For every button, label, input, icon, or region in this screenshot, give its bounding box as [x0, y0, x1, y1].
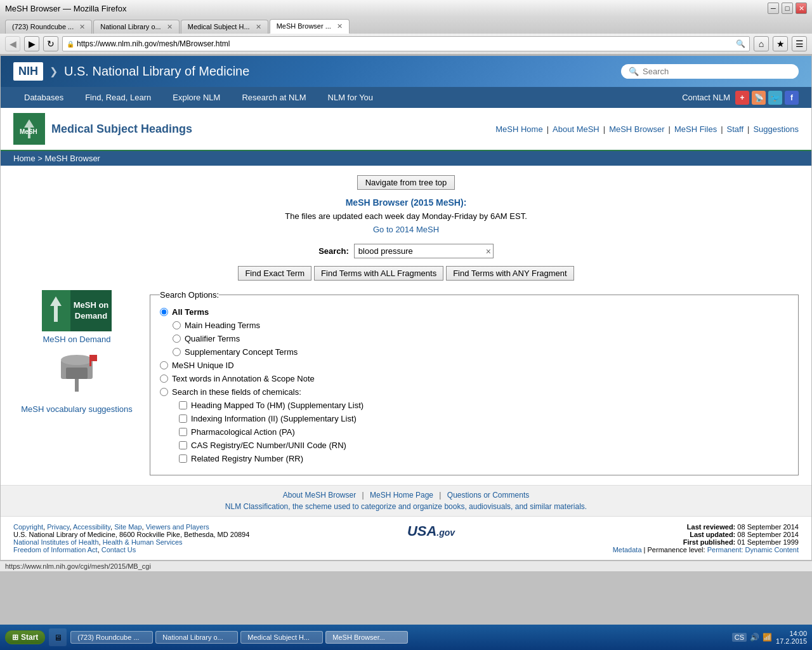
checkbox-cas-registry[interactable]: CAS Registry/EC Number/UNII Code (RN) — [179, 441, 789, 450]
bookmark-button[interactable]: ★ — [773, 36, 788, 51]
mesh-nav-files[interactable]: MeSH Files — [674, 124, 717, 134]
mesh-search-input[interactable] — [354, 244, 494, 258]
last-reviewed: 08 September 2014 — [737, 523, 799, 531]
footer-contact-link[interactable]: Contact Us — [102, 546, 136, 554]
tab-mesh-browser[interactable]: MeSH Browser ... ✕ — [270, 19, 350, 34]
footer-foia-link[interactable]: Freedom of Information Act — [13, 546, 98, 554]
mesh-nav-home[interactable]: MeSH Home — [495, 124, 542, 134]
header-search-input[interactable] — [643, 67, 791, 76]
usa-gov-logo[interactable]: USA.gov — [407, 523, 455, 540]
reload-button[interactable]: ↻ — [43, 36, 58, 51]
navigate-tree-top-button[interactable]: Navigate from tree top — [357, 175, 455, 190]
footer-sitemap[interactable]: Site Map — [114, 523, 141, 531]
permanence-value[interactable]: Permanent: Dynamic Content — [707, 546, 799, 554]
mesh-nav-suggestions[interactable]: Suggestions — [753, 124, 799, 134]
footer-nih-link[interactable]: National Institutes of Health — [13, 538, 99, 546]
mesh-on-demand-link[interactable]: MeSH on Demand — [13, 335, 140, 344]
nav-find-read-learn[interactable]: Find, Read, Learn — [74, 87, 162, 108]
google-plus-icon[interactable]: + — [735, 91, 749, 105]
checkbox-cas-registry-input[interactable] — [179, 441, 187, 449]
radio-supplementary[interactable]: Supplementary Concept Terms — [173, 347, 789, 357]
checkbox-related-registry-input[interactable] — [179, 454, 187, 463]
checkbox-heading-mapped[interactable]: Heading Mapped To (HM) (Supplementary Li… — [179, 401, 789, 410]
radio-unique-id[interactable]: MeSH Unique ID — [160, 361, 789, 370]
footer-nlm-text[interactable]: NLM Classification, the scheme used to c… — [225, 502, 587, 511]
footer-metadata-link[interactable]: Metadata — [613, 546, 642, 554]
mesh-vocabulary-link[interactable]: MeSH vocabulary suggestions — [13, 404, 140, 414]
rss-icon[interactable]: 📡 — [752, 91, 766, 105]
nav-nlm-for-you[interactable]: NLM for You — [317, 87, 384, 108]
tab-mesh-subject[interactable]: Medical Subject H... ✕ — [181, 20, 268, 34]
minimize-button[interactable]: ─ — [768, 3, 779, 14]
back-button[interactable]: ◀ — [5, 36, 20, 51]
footer-copyright[interactable]: Copyright — [13, 523, 43, 531]
radio-chemicals-input[interactable] — [160, 388, 168, 396]
mesh-nav-browser[interactable]: MeSH Browser — [609, 124, 664, 134]
svg-rect-6 — [66, 368, 88, 379]
footer-hhs-link[interactable]: Health & Human Services — [103, 538, 183, 546]
checkbox-indexing[interactable]: Indexing Information (II) (Supplementary… — [179, 414, 789, 423]
checkbox-indexing-input[interactable] — [179, 415, 187, 423]
twitter-icon[interactable]: 🐦 — [768, 91, 782, 105]
checkbox-heading-mapped-input[interactable] — [179, 401, 187, 409]
radio-text-words[interactable]: Text words in Annotation & Scope Note — [160, 374, 789, 383]
radio-main-heading-input[interactable] — [173, 321, 181, 329]
supplementary-label: Supplementary Concept Terms — [185, 347, 298, 357]
checkbox-related-registry[interactable]: Related Registry Number (RR) — [179, 454, 789, 463]
mailbox-container — [51, 354, 102, 398]
search-input-container: × — [354, 244, 494, 258]
menu-button[interactable]: ☰ — [792, 36, 807, 51]
radio-supplementary-input[interactable] — [173, 348, 181, 356]
radio-chemicals[interactable]: Search in these fields of chemicals: — [160, 387, 789, 397]
breadcrumb: Home > MeSH Browser — [1, 151, 811, 166]
footer-links: About MeSH Browser | MeSH Home Page | Qu… — [1, 485, 811, 516]
search-options-fieldset: Search Options: All Terms Main Heading T… — [150, 290, 799, 475]
maximize-button[interactable]: □ — [782, 3, 793, 14]
mesh-nav-staff[interactable]: Staff — [727, 124, 744, 134]
radio-qualifier[interactable]: Qualifier Terms — [173, 334, 789, 343]
footer-privacy[interactable]: Privacy — [47, 523, 69, 531]
footer-viewers[interactable]: Viewers and Players — [146, 523, 209, 531]
nlm-header: NIH ❯ U.S. National Library of Medicine … — [1, 56, 811, 87]
footer-mesh-home[interactable]: MeSH Home Page — [370, 491, 433, 500]
nav-databases[interactable]: Databases — [13, 87, 74, 108]
related-registry-label: Related Registry Number (RR) — [191, 454, 303, 463]
tab-roundcube[interactable]: (723) Roundcube ... ✕ — [5, 20, 92, 34]
breadcrumb-home[interactable]: Home — [13, 154, 36, 163]
footer-questions[interactable]: Questions or Comments — [447, 491, 529, 500]
checkbox-pharmacological-input[interactable] — [179, 428, 187, 436]
home-button[interactable]: ⌂ — [754, 36, 769, 51]
nav-research[interactable]: Research at NLM — [231, 87, 317, 108]
window-title: MeSH Browser — Mozilla Firefox — [5, 4, 126, 13]
svg-rect-8 — [89, 355, 97, 361]
mod-tree-svg — [45, 293, 67, 328]
tab-nlm[interactable]: National Library o... ✕ — [93, 20, 179, 34]
pharmacological-label: Pharmacological Action (PA) — [191, 427, 295, 437]
search-clear-button[interactable]: × — [486, 246, 491, 256]
radio-main-heading[interactable]: Main Heading Terms — [173, 321, 789, 330]
radio-unique-id-input[interactable] — [160, 361, 168, 369]
radio-text-words-input[interactable] — [160, 375, 168, 383]
close-button[interactable]: ✕ — [796, 3, 807, 14]
footer-accessibility[interactable]: Accessibility — [73, 523, 110, 531]
facebook-icon[interactable]: f — [785, 91, 799, 105]
radio-qualifier-input[interactable] — [173, 335, 181, 343]
footer-about-mesh[interactable]: About MeSH Browser — [283, 491, 356, 500]
url-input[interactable] — [77, 39, 733, 48]
mesh-logo-icon: MeSH — [13, 113, 45, 145]
radio-all-terms[interactable]: All Terms — [160, 307, 789, 317]
find-all-fragments-button[interactable]: Find Terms with ALL Fragments — [314, 266, 443, 281]
radio-all-terms-input[interactable] — [160, 308, 168, 316]
find-exact-button[interactable]: Find Exact Term — [238, 266, 311, 281]
contact-nlm: Contact NLM + 📡 🐦 f — [682, 91, 799, 105]
svg-point-5 — [61, 355, 93, 365]
mesh-nav-about[interactable]: About MeSH — [553, 124, 599, 134]
forward-button[interactable]: ▶ — [24, 36, 39, 51]
nlm-nav: Databases Find, Read, Learn Explore NLM … — [1, 87, 811, 108]
find-any-fragment-button[interactable]: Find Terms with ANY Fragment — [446, 266, 573, 281]
text-words-label: Text words in Annotation & Scope Note — [172, 374, 315, 383]
go-to-2014-link[interactable]: Go to 2014 MeSH — [13, 225, 799, 234]
checkbox-pharmacological[interactable]: Pharmacological Action (PA) — [179, 427, 789, 437]
nav-explore[interactable]: Explore NLM — [162, 87, 231, 108]
svg-rect-3 — [75, 379, 79, 392]
